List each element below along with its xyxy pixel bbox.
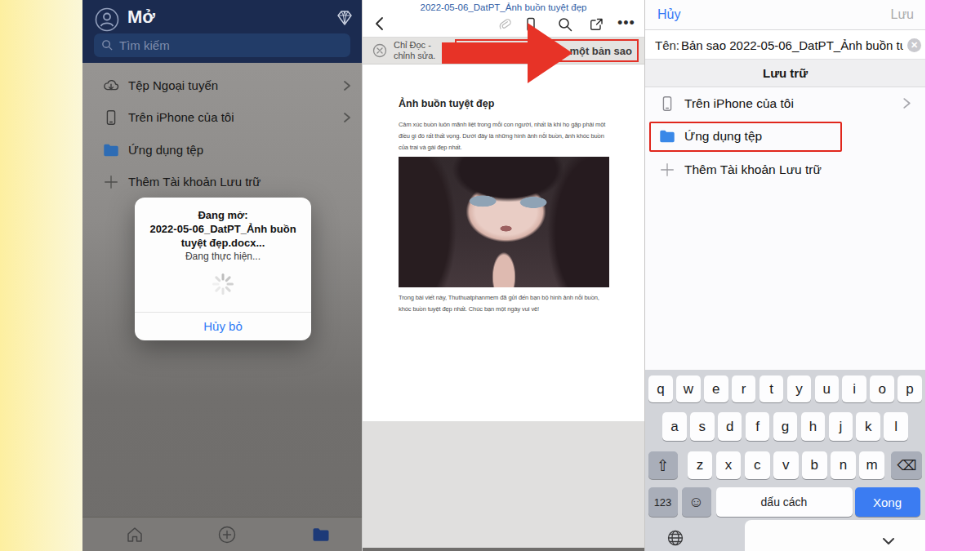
- save-copy-sheet: Hủy Lưu Tên: Bản sao 2022-05-06_DatPT_Ản…: [645, 0, 925, 551]
- files-app-highlight-box: [649, 122, 842, 152]
- search-input[interactable]: Tìm kiếm: [94, 33, 350, 57]
- dismiss-banner-icon[interactable]: [372, 43, 387, 58]
- key-k[interactable]: k: [856, 412, 880, 441]
- open-folder-tab-icon[interactable]: [311, 525, 331, 544]
- backspace-key[interactable]: ⌫: [891, 451, 922, 479]
- storage-item-add-account[interactable]: Thêm Tài khoản Lưu trữ: [645, 153, 925, 186]
- document-view-panel: 2022-05-06_DatPT_Ảnh buồn tuyệt đẹp ••• …: [362, 0, 645, 551]
- search-placeholder: Tìm kiếm: [119, 38, 170, 52]
- key-x[interactable]: x: [716, 451, 742, 479]
- key-s[interactable]: s: [690, 412, 715, 441]
- sheet-navbar: Hủy Lưu: [645, 0, 925, 30]
- folder-icon: [102, 141, 120, 159]
- share-icon[interactable]: [588, 16, 604, 33]
- keyboard-row-4: 123 ☺ dấu cách Xong: [645, 487, 925, 517]
- key-p[interactable]: p: [898, 375, 922, 402]
- chevron-right-icon: [902, 98, 912, 109]
- chevron-right-icon: [342, 81, 352, 91]
- back-button[interactable]: [372, 16, 387, 31]
- phone-icon: [102, 109, 120, 127]
- keyboard-row-3: ⇧ z x c v b n m ⌫: [645, 451, 925, 479]
- account-avatar-icon[interactable]: [95, 7, 119, 32]
- key-y[interactable]: y: [787, 375, 812, 402]
- key-n[interactable]: n: [831, 451, 856, 479]
- filename-input[interactable]: Bản sao 2022-05-06_DatPT_Ảnh buồn tuyệ: [681, 38, 903, 52]
- sidebar-header: Mở Tìm kiếm: [82, 0, 362, 63]
- key-f[interactable]: f: [746, 412, 770, 441]
- home-icon[interactable]: [125, 525, 145, 544]
- filename-label: Tên:: [655, 38, 679, 52]
- key-l[interactable]: l: [884, 412, 908, 441]
- chevron-right-icon: [342, 113, 352, 122]
- numbers-key[interactable]: 123: [648, 487, 678, 517]
- red-callout-arrow: [436, 21, 583, 90]
- key-j[interactable]: j: [829, 412, 853, 441]
- more-options-icon[interactable]: •••: [617, 15, 635, 32]
- globe-keyboard-switch-icon[interactable]: [666, 529, 684, 547]
- key-g[interactable]: g: [773, 412, 798, 441]
- bottom-navigation: [82, 517, 362, 551]
- storage-item-label: Thêm Tài khoản Lưu trữ: [684, 162, 822, 177]
- keyboard-bottom-panel: [745, 520, 925, 551]
- loading-spinner: [211, 272, 235, 296]
- word-open-screen: Mở Tìm kiếm Tệp Ngoại tuyến Trên iPhone …: [82, 0, 362, 551]
- page-end-background: [363, 421, 644, 551]
- key-c[interactable]: c: [745, 451, 770, 479]
- document-paragraph: Cảm xúc buồn luôn mãnh liệt trong mỗi co…: [399, 119, 611, 153]
- cancel-button[interactable]: Hủy: [657, 7, 680, 22]
- sidebar-item-label: Ứng dụng tệp: [128, 143, 203, 157]
- chevron-down-icon[interactable]: [882, 537, 895, 545]
- clear-text-icon[interactable]: ✕: [907, 38, 921, 52]
- document-heading: Ảnh buồn tuyệt đẹp: [399, 98, 494, 109]
- key-e[interactable]: e: [704, 375, 728, 402]
- key-w[interactable]: w: [676, 375, 701, 402]
- panel-bottom-edge: [363, 548, 644, 551]
- banner-text-line1: Chỉ Đọc -: [394, 40, 431, 50]
- sidebar-item-label: Thêm Tài khoản Lưu trữ: [128, 175, 261, 189]
- background-right-strip: [925, 0, 980, 551]
- space-key[interactable]: dấu cách: [716, 487, 853, 517]
- shift-key[interactable]: ⇧: [648, 451, 678, 479]
- key-t[interactable]: t: [760, 375, 784, 402]
- storage-item-on-my-iphone[interactable]: Trên iPhone của tôi: [645, 87, 925, 119]
- emoji-key[interactable]: ☺: [682, 487, 711, 517]
- key-q[interactable]: q: [648, 375, 673, 402]
- filename-row: Tên: Bản sao 2022-05-06_DatPT_Ảnh buồn t…: [645, 30, 925, 60]
- key-r[interactable]: r: [732, 375, 756, 402]
- save-button[interactable]: Lưu: [890, 7, 914, 22]
- key-a[interactable]: a: [662, 412, 687, 441]
- opening-progress-dialog: Đang mở: 2022-05-06_DatPT_Ảnh buồn tuyệt…: [135, 198, 311, 340]
- keyboard-row-2: a s d f g h j k l: [645, 412, 925, 441]
- sidebar-item-label: Tệp Ngoại tuyến: [128, 78, 218, 92]
- keyboard-row-1: q w e r t y u i o p: [645, 375, 925, 402]
- cancel-open-button[interactable]: Hủy bỏ: [135, 312, 311, 340]
- storage-item-label: Trên iPhone của tôi: [684, 96, 794, 111]
- key-v[interactable]: v: [773, 451, 799, 479]
- premium-gem-icon[interactable]: [336, 9, 354, 27]
- key-h[interactable]: h: [801, 412, 826, 441]
- key-b[interactable]: b: [802, 451, 827, 479]
- sidebar-item-on-my-iphone[interactable]: Trên iPhone của tôi: [82, 101, 362, 133]
- key-i[interactable]: i: [842, 375, 866, 402]
- done-key[interactable]: Xong: [855, 487, 920, 517]
- dialog-filename: 2022-05-06_DatPT_Ảnh buồn tuyệt đẹp.docx…: [145, 222, 301, 250]
- key-u[interactable]: u: [815, 375, 840, 402]
- key-o[interactable]: o: [870, 375, 894, 402]
- search-icon: [101, 39, 114, 51]
- plus-icon: [658, 161, 676, 179]
- phone-icon: [658, 95, 676, 113]
- key-z[interactable]: z: [688, 451, 713, 479]
- sidebar-item-files-app[interactable]: Ứng dụng tệp: [82, 134, 362, 166]
- new-document-icon[interactable]: [217, 525, 237, 544]
- document-title: 2022-05-06_DatPT_Ảnh buồn tuyệt đẹp: [363, 2, 644, 12]
- key-m[interactable]: m: [859, 451, 884, 479]
- sidebar-item-add-storage-account[interactable]: Thêm Tài khoản Lưu trữ: [82, 166, 362, 198]
- sidebar-item-label: Trên iPhone của tôi: [128, 110, 234, 124]
- crying-anime-girl-image: [399, 157, 609, 287]
- key-d[interactable]: d: [718, 412, 742, 441]
- dialog-title: Đang mở:: [135, 208, 311, 222]
- storage-section-header: Lưu trữ: [645, 60, 925, 87]
- cloud-download-icon: [102, 77, 120, 95]
- banner-text-line2: chỉnh sửa.: [394, 51, 435, 60]
- sidebar-item-offline-files[interactable]: Tệp Ngoại tuyến: [82, 69, 362, 101]
